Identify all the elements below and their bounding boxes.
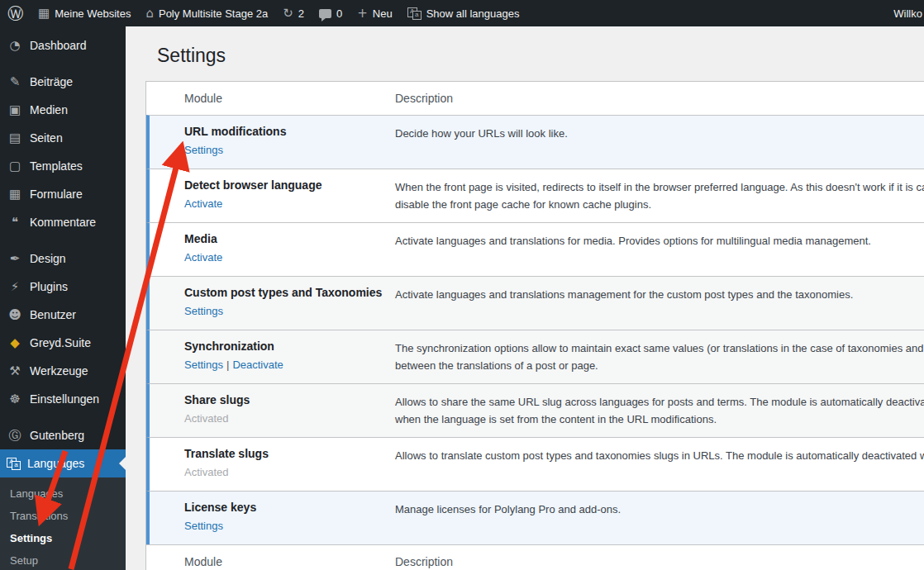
column-footer-module: Module: [184, 555, 395, 568]
submenu-item-setup[interactable]: Setup: [0, 549, 126, 570]
url-modifications-settings-link[interactable]: Settings: [184, 144, 223, 156]
module-description: Allows to share the same URL slug across…: [395, 393, 924, 437]
templates-icon: ▢: [7, 160, 23, 173]
sidebar-item-languages[interactable]: Languages: [0, 449, 126, 477]
show-all-languages-menu[interactable]: Show all languages: [400, 0, 527, 26]
menu-separator: [0, 59, 126, 68]
sidebar-label: Languages: [27, 457, 84, 470]
column-footer-description: Description: [395, 555, 453, 568]
module-description: The synchronization options allow to mai…: [395, 340, 924, 383]
submenu-item-translations[interactable]: Translations: [0, 505, 126, 527]
sidebar-item-plugins[interactable]: ⚡ Plugins: [0, 273, 126, 301]
site-name: Poly Multisite Stage 2a: [159, 7, 268, 20]
gutenberg-icon: Ⓖ: [7, 430, 23, 442]
dashboard-icon: ◔: [7, 40, 23, 52]
greyd-suite-icon: ◆: [7, 337, 23, 349]
sidebar-label: Templates: [30, 159, 83, 173]
custom-post-types-settings-link[interactable]: Settings: [184, 305, 223, 317]
share-slugs-activated-label: Activated: [184, 412, 228, 425]
sidebar-label: Seiten: [30, 131, 63, 145]
module-row-media: Media Activate Activate languages and tr…: [146, 222, 924, 276]
translate-slugs-activated-label: Activated: [184, 466, 228, 478]
translation-icon: [407, 7, 422, 20]
sidebar-label: Einstellungen: [30, 392, 99, 406]
network-icon: ▦: [38, 7, 50, 20]
module-row-custom-post-types: Custom post types and Taxonomies Setting…: [146, 276, 924, 330]
column-header-description: Description: [395, 92, 453, 105]
menu-separator: [0, 236, 126, 245]
users-icon: ☻: [7, 309, 23, 321]
sidebar-item-design[interactable]: ✒ Design: [0, 245, 126, 273]
sidebar-item-users[interactable]: ☻ Benutzer: [0, 301, 126, 329]
home-icon: ⌂: [145, 7, 154, 20]
comments-count: 0: [336, 7, 342, 20]
sidebar-item-comments[interactable]: ❝ Kommentare: [0, 208, 126, 236]
media-activate-link[interactable]: Activate: [184, 251, 222, 264]
sidebar-item-pages[interactable]: ▤ Seiten: [0, 124, 126, 152]
module-name: Custom post types and Taxonomies: [184, 286, 387, 299]
sidebar-label: Plugins: [30, 280, 68, 293]
sidebar-label: Medien: [30, 103, 68, 116]
settings-icon: ☸: [7, 393, 23, 406]
current-site-menu[interactable]: ⌂ Poly Multisite Stage 2a: [138, 0, 275, 26]
languages-submenu: Languages Translations Settings Setup: [0, 477, 126, 570]
plus-icon: +: [357, 7, 368, 20]
module-description: Activate languages and translations for …: [395, 232, 924, 276]
translation-icon: [7, 458, 21, 470]
module-row-license-keys: License keys Settings Manage licenses fo…: [146, 491, 924, 544]
forms-icon: ▦: [7, 188, 23, 201]
updates-button[interactable]: ↻ 2: [275, 0, 312, 26]
new-content-menu[interactable]: + Neu: [350, 0, 399, 26]
submenu-item-settings[interactable]: Settings: [0, 527, 126, 549]
sidebar-label: Design: [30, 252, 66, 265]
sidebar-item-gutenberg[interactable]: Ⓖ Gutenberg: [0, 421, 126, 449]
sidebar-label: Kommentare: [30, 216, 96, 229]
module-name: Media: [184, 232, 387, 245]
howdy-menu[interactable]: Willko: [887, 7, 924, 20]
modules-table: Module Description URL modifications Set…: [145, 81, 924, 570]
module-row-url-modifications: URL modifications Settings Decide how yo…: [146, 115, 924, 169]
synchronization-deactivate-link[interactable]: Deactivate: [232, 359, 283, 371]
module-name: URL modifications: [184, 125, 387, 138]
posts-icon: ✎: [7, 76, 23, 88]
wordpress-logo-icon: Ⓦ: [7, 6, 23, 21]
synchronization-settings-link[interactable]: Settings: [184, 359, 223, 371]
module-description: Activate languages and translations mana…: [395, 286, 924, 330]
sidebar-label: Formulare: [30, 188, 83, 201]
table-header: Module Description: [146, 82, 924, 115]
module-name: Synchronization: [184, 340, 387, 353]
tools-icon: ⚒: [7, 365, 23, 378]
submenu-item-languages[interactable]: Languages: [0, 482, 126, 505]
sidebar-label: Werkzeuge: [30, 364, 88, 378]
module-description: Decide how your URLs will look like.: [395, 125, 924, 169]
module-row-synchronization: Synchronization Settings|Deactivate The …: [146, 330, 924, 383]
media-icon: ▣: [7, 104, 23, 116]
wordpress-logo-button[interactable]: Ⓦ: [0, 0, 31, 26]
module-description: Manage licenses for Polylang Pro and add…: [395, 501, 924, 544]
detect-browser-language-activate-link[interactable]: Activate: [184, 197, 222, 210]
actions-separator: |: [226, 359, 229, 371]
appearance-icon: ✒: [7, 253, 23, 265]
my-sites-menu[interactable]: ▦ Meine Websites: [31, 0, 138, 26]
sidebar-item-greyd-suite[interactable]: ◆ Greyd.Suite: [0, 329, 126, 357]
sidebar-item-posts[interactable]: ✎ Beiträge: [0, 68, 126, 96]
sidebar-item-templates[interactable]: ▢ Templates: [0, 152, 126, 180]
module-row-share-slugs: Share slugs Activated Allows to share th…: [146, 383, 924, 437]
sidebar-item-media[interactable]: ▣ Medien: [0, 96, 126, 124]
module-row-translate-slugs: Translate slugs Activated Allows to tran…: [146, 437, 924, 491]
column-header-module: Module: [184, 92, 395, 105]
sidebar-item-forms[interactable]: ▦ Formulare: [0, 180, 126, 208]
admin-sidebar: ◔ Dashboard ✎ Beiträge ▣ Medien ▤ Seiten…: [0, 26, 126, 570]
sidebar-item-dashboard[interactable]: ◔ Dashboard: [0, 31, 126, 59]
module-name: Translate slugs: [184, 447, 387, 460]
module-name: Share slugs: [184, 393, 387, 406]
sidebar-item-settings[interactable]: ☸ Einstellungen: [0, 385, 126, 413]
sidebar-label: Dashboard: [30, 39, 87, 52]
sidebar-label: Benutzer: [30, 308, 76, 321]
comments-icon: ❝: [7, 216, 23, 229]
my-sites-label: Meine Websites: [55, 7, 131, 20]
comments-button[interactable]: 0: [312, 0, 350, 26]
main-content: Settings Module Description URL modifica…: [126, 26, 924, 570]
sidebar-item-tools[interactable]: ⚒ Werkzeuge: [0, 357, 126, 385]
license-keys-settings-link[interactable]: Settings: [184, 520, 223, 532]
